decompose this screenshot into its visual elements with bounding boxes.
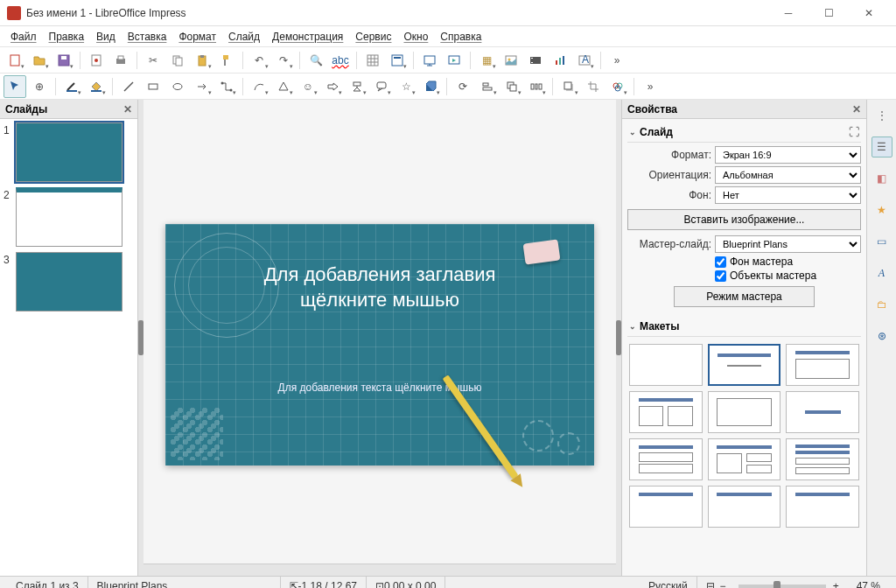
select-tool[interactable]	[4, 75, 26, 98]
styles-icon[interactable]: A	[872, 262, 892, 284]
menu-tools[interactable]: Сервис	[350, 28, 396, 46]
new-button[interactable]	[4, 49, 26, 72]
master-slides-icon[interactable]: ▭	[872, 231, 892, 252]
stars-tool[interactable]: ☆	[395, 75, 417, 98]
distribute-tool[interactable]	[525, 75, 548, 98]
layout-two-rows[interactable]	[629, 438, 703, 480]
start-current-button[interactable]	[443, 49, 466, 72]
animation-icon[interactable]: ★	[872, 200, 892, 220]
splitter-right[interactable]	[616, 100, 621, 576]
slides-panel-close[interactable]: ✕	[123, 103, 132, 116]
expand-icon[interactable]: ⛶	[849, 126, 859, 138]
title-placeholder[interactable]: Для добавления заглавия щёлкните мышью	[165, 262, 594, 312]
menu-view[interactable]: Вид	[91, 28, 121, 46]
crop-tool[interactable]	[582, 75, 605, 98]
rotate-tool[interactable]: ⟳	[452, 75, 474, 98]
format-select[interactable]: Экран 16:9	[715, 146, 861, 164]
status-lang[interactable]: Русский	[640, 577, 697, 588]
toolbar2-overflow[interactable]: »	[639, 75, 662, 98]
sidebar-menu-icon[interactable]: ⋮	[872, 105, 892, 126]
cut-button[interactable]: ✂	[142, 49, 164, 72]
fill-color-button[interactable]	[85, 75, 108, 98]
properties-icon[interactable]: ☰	[872, 136, 892, 158]
save-button[interactable]	[52, 49, 75, 72]
master-select[interactable]: Blueprint Plans	[715, 235, 861, 253]
curve-tool[interactable]	[248, 75, 270, 98]
find-button[interactable]: 🔍	[304, 49, 327, 72]
chart-button[interactable]	[549, 49, 571, 72]
menu-slide[interactable]: Слайд	[223, 28, 265, 46]
export-pdf-button[interactable]	[85, 49, 108, 72]
line-color-button[interactable]	[60, 75, 83, 98]
menu-window[interactable]: Окно	[398, 28, 433, 46]
menu-help[interactable]: Справка	[435, 28, 486, 46]
zoom-slider[interactable]	[738, 584, 826, 588]
flowchart-tool[interactable]	[346, 75, 368, 98]
slide-thumbnail[interactable]	[16, 252, 122, 312]
insert-image-button[interactable]: Вставить изображение...	[627, 209, 861, 230]
layout-four[interactable]	[786, 438, 859, 480]
slide-item[interactable]: 1	[4, 122, 134, 182]
slide-item[interactable]: 2	[4, 187, 134, 247]
align-tool[interactable]	[476, 75, 499, 98]
slide-thumbnail[interactable]	[16, 187, 122, 247]
master-bg-check[interactable]: Фон мастера	[715, 256, 861, 268]
navigator-icon[interactable]: ⊛	[872, 326, 892, 346]
print-button[interactable]	[109, 49, 132, 72]
redo-button[interactable]: ↷	[272, 49, 295, 72]
connector-tool[interactable]	[215, 75, 238, 98]
master-obj-checkbox[interactable]	[715, 270, 726, 282]
slide-item[interactable]: 3	[4, 252, 134, 312]
toolbar-overflow[interactable]: »	[606, 49, 628, 72]
orientation-select[interactable]: Альбомная	[715, 166, 861, 184]
background-select[interactable]: Нет	[715, 186, 861, 204]
layout-title-content[interactable]	[786, 344, 859, 386]
ellipse-tool[interactable]	[166, 75, 189, 98]
properties-panel-close[interactable]: ✕	[852, 103, 861, 116]
menu-insert[interactable]: Вставка	[122, 28, 172, 46]
clone-format-button[interactable]	[215, 49, 238, 72]
menu-show[interactable]: Демонстрация	[267, 28, 348, 46]
paste-button[interactable]	[191, 49, 214, 72]
layout-6[interactable]	[708, 486, 781, 528]
arrow-tool[interactable]	[191, 75, 214, 98]
canvas-scroll[interactable]: Для добавления заглавия щёлкните мышью Д…	[144, 100, 616, 564]
menu-edit[interactable]: Правка	[44, 28, 90, 46]
table-button[interactable]: ▦	[475, 49, 498, 72]
layout-three[interactable]	[708, 438, 781, 480]
copy-button[interactable]	[166, 49, 189, 72]
layout-content-only[interactable]	[708, 391, 781, 433]
rect-tool[interactable]	[142, 75, 164, 98]
section-slide[interactable]: ⌄ Слайд ⛶	[627, 122, 861, 143]
menu-file[interactable]: Файл	[5, 28, 42, 46]
layout-blank[interactable]	[629, 344, 703, 386]
slide-canvas[interactable]: Для добавления заглавия щёлкните мышью Д…	[165, 224, 594, 466]
layout-title[interactable]	[708, 344, 781, 386]
media-button[interactable]	[524, 49, 547, 72]
master-mode-button[interactable]: Режим мастера	[674, 286, 814, 307]
close-button[interactable]: ✕	[849, 0, 889, 26]
basic-shapes-tool[interactable]	[272, 75, 295, 98]
3d-tool[interactable]	[419, 75, 442, 98]
layout-7[interactable]	[786, 486, 859, 528]
text-placeholder[interactable]: Для добавления текста щёлкните мышью	[165, 382, 594, 394]
grid-button[interactable]	[361, 49, 384, 72]
maximize-button[interactable]: ☐	[808, 0, 849, 26]
block-arrows-tool[interactable]	[321, 75, 344, 98]
layout-two-content[interactable]	[629, 391, 703, 433]
gallery-icon[interactable]: 🗀	[872, 294, 892, 315]
zoom-tool[interactable]: ⊕	[28, 75, 51, 98]
line-tool[interactable]	[117, 75, 140, 98]
section-layouts[interactable]: ⌄ Макеты	[627, 317, 861, 337]
hscrollbar[interactable]	[144, 564, 616, 576]
master-obj-check[interactable]: Объекты мастера	[715, 270, 861, 282]
menu-format[interactable]: Формат	[173, 28, 221, 46]
fit-page-icon[interactable]: ⊟	[706, 580, 715, 589]
slide-thumbnail[interactable]	[16, 122, 122, 182]
symbol-shapes-tool[interactable]: ☺	[297, 75, 319, 98]
shadow-tool[interactable]	[557, 75, 580, 98]
minimize-button[interactable]: ─	[768, 0, 808, 26]
layout-button[interactable]	[386, 49, 409, 72]
callouts-tool[interactable]	[370, 75, 393, 98]
image-button[interactable]	[500, 49, 522, 72]
